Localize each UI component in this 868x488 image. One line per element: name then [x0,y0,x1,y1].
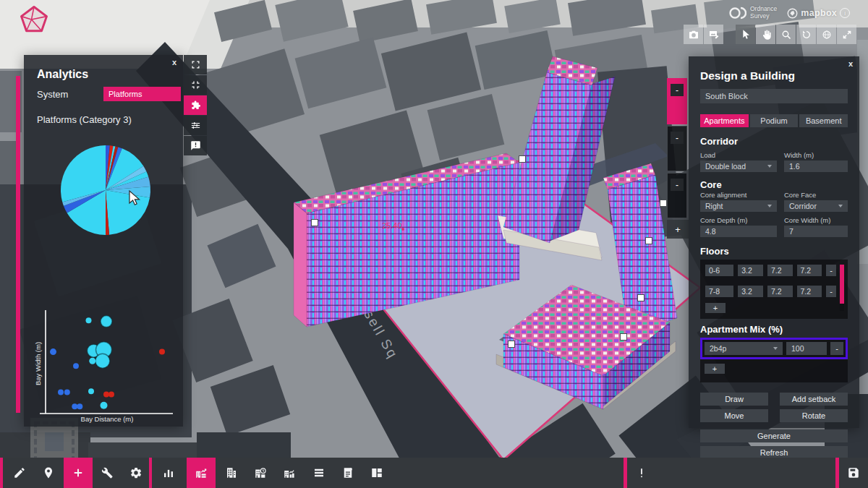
pencil-button[interactable] [7,458,33,488]
site-handle[interactable] [509,341,515,348]
section-title: Platforms (Category 3) [37,114,132,125]
save-button[interactable] [842,458,865,488]
info-icon[interactable]: i [840,8,850,18]
building-chart-icon [195,466,208,479]
image-edit-button[interactable] [704,25,723,44]
toolbar-divider [149,458,152,488]
system-select-value: Platforms [109,90,142,98]
building-clock-icon [254,466,267,479]
tab-apartments[interactable]: Apartments [700,114,749,127]
hand-button[interactable] [756,25,775,44]
remove-floor-group-button[interactable]: - [671,84,684,96]
app-logo [19,4,49,35]
mouse-cursor-icon [127,189,142,207]
cursor-button[interactable] [736,25,755,44]
report-button[interactable] [335,458,361,488]
building-clock-button[interactable] [247,458,273,488]
remove-floor-row-button[interactable]: - [826,265,836,276]
core-alignment-label: Core alignment [700,191,777,199]
floor-group-selected[interactable]: - [667,78,687,124]
load-select[interactable]: Double load [700,160,777,172]
rotate-button[interactable]: Rotate [780,409,848,422]
draw-button[interactable]: Draw [700,393,768,406]
building-chart-button[interactable] [187,458,216,488]
core-alignment-select[interactable]: Right [700,200,777,212]
scatter-point [77,403,82,409]
globe-button[interactable] [817,25,836,44]
gear-button[interactable] [123,458,149,488]
expand-button[interactable] [184,55,207,74]
add-floor-row-button[interactable]: + [705,303,726,313]
site-handle[interactable] [312,220,318,226]
report-icon [341,466,354,479]
remove-mix-row-button[interactable]: - [830,342,843,355]
floor-value-input[interactable]: 7.2 [797,286,822,297]
floor-value-input[interactable]: 7.2 [767,265,793,276]
expand-diagonal-button[interactable] [837,25,856,44]
move-button[interactable]: Move [700,409,768,422]
system-select[interactable]: Platforms [103,87,181,101]
core-alignment-value: Right [705,202,723,210]
add-floor-group-button[interactable]: + [667,220,689,239]
core-face-select[interactable]: Corridor [784,200,848,212]
floors-scrollbar[interactable] [840,265,844,311]
magnifier-icon [780,29,792,40]
floor-value-input[interactable]: 3.2 [738,265,763,276]
location-pin-button[interactable] [35,458,61,488]
site-handle[interactable] [519,156,526,163]
building-trend-icon [283,466,296,479]
unit-type-select[interactable]: 2b4p [705,342,783,355]
floor-range-input[interactable]: 7-8 [705,286,733,297]
bar-chart-button[interactable] [156,458,182,488]
layout-button[interactable] [364,458,390,488]
corridor-width-input[interactable]: 1.6 [784,160,848,172]
comment-alert-button[interactable] [184,136,207,155]
map-attribution: Ordnance Survey mapbox i [729,6,850,20]
core-face-label: Core Face [784,191,848,199]
site-handle[interactable] [660,200,667,207]
rows-button[interactable] [306,458,332,488]
scatter-point [72,403,77,409]
wrench-button[interactable] [94,458,120,488]
building-name-input[interactable]: South Block [700,89,848,103]
plus-button[interactable] [64,458,93,488]
remove-floor-group-button[interactable]: - [671,179,684,191]
mix-percent-input[interactable]: 100 [786,342,827,355]
add-setback-button[interactable]: Add setback [780,393,848,406]
tab-basement[interactable]: Basement [799,114,848,127]
close-icon[interactable]: x [848,60,853,68]
site-handle[interactable] [646,238,652,244]
remove-floor-group-button[interactable]: - [671,132,684,144]
mapbox-logo: mapbox i [787,8,850,19]
floor-range-input[interactable]: 0-6 [705,265,733,276]
tab-podium[interactable]: Podium [750,114,799,127]
scatter-point [95,354,110,368]
close-icon[interactable]: x [172,59,176,67]
floor-value-input[interactable]: 3.2 [738,286,763,297]
collapse-button[interactable] [184,75,207,95]
floor-value-input[interactable]: 7.2 [767,286,793,297]
rotate-button[interactable] [796,25,816,44]
scatter-xlabel: Bay Distance (m) [81,415,134,423]
floor-value-input[interactable]: 7.2 [797,265,822,276]
floor-group[interactable]: - [667,173,687,218]
scatter-point [58,390,64,395]
floor-group[interactable]: - [667,126,687,171]
site-handle[interactable] [621,334,627,341]
sliders-button[interactable] [184,116,207,135]
remove-floor-row-button[interactable]: - [826,286,836,297]
save-icon [847,466,860,479]
add-mix-row-button[interactable]: + [705,364,725,374]
core-width-input[interactable]: 7 [784,226,848,237]
apartment-mix-list: 2b4p 100 - + [700,338,848,382]
building-button[interactable] [218,458,244,488]
magnifier-button[interactable] [776,25,796,44]
puzzle-button[interactable] [184,95,207,115]
building-trend-button[interactable] [276,458,302,488]
scatter-point [159,349,165,355]
site-handle[interactable] [638,295,644,301]
exclamation-button[interactable] [631,458,652,488]
generate-button[interactable]: Generate [700,429,848,442]
core-depth-input[interactable]: 4.8 [700,226,777,237]
camera-button[interactable] [684,25,703,44]
